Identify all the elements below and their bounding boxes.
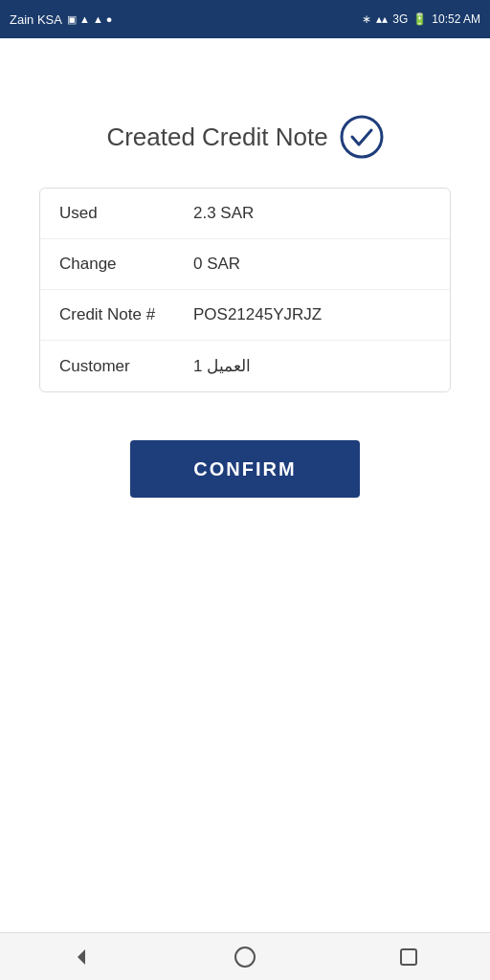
title-row: Created Credit Note — [106, 115, 383, 159]
bluetooth-icon: ∗ — [362, 12, 371, 26]
carrier-label: Zain KSA — [10, 12, 62, 27]
table-row: Credit Note # POS21245YJRJZ — [40, 290, 450, 341]
page-title: Created Credit Note — [106, 122, 327, 152]
main-content: Created Credit Note Used 2.3 SAR Change … — [0, 38, 490, 932]
used-label: Used — [59, 204, 193, 223]
table-row: Customer العميل 1 — [40, 341, 450, 391]
customer-value: العميل 1 — [193, 356, 251, 376]
change-label: Change — [59, 255, 193, 274]
back-button[interactable] — [62, 938, 100, 976]
time-label: 10:52 AM — [432, 12, 480, 26]
used-value: 2.3 SAR — [193, 204, 254, 223]
svg-point-2 — [235, 947, 255, 967]
confirm-button[interactable]: CONFIRM — [130, 440, 360, 498]
credit-note-card: Used 2.3 SAR Change 0 SAR Credit Note # … — [39, 188, 451, 392]
svg-marker-1 — [78, 949, 85, 965]
recents-button[interactable] — [390, 938, 428, 976]
credit-note-label: Credit Note # — [59, 305, 193, 324]
svg-rect-3 — [401, 949, 416, 965]
change-value: 0 SAR — [193, 255, 240, 274]
home-icon — [234, 946, 256, 969]
table-row: Used 2.3 SAR — [40, 189, 450, 239]
credit-note-value: POS21245YJRJZ — [193, 305, 322, 324]
sim-icon: ▣ ▲ ▲ ● — [67, 13, 113, 26]
status-bar-left: Zain KSA ▣ ▲ ▲ ● — [10, 12, 113, 27]
signal-label: 3G — [392, 12, 408, 26]
battery-icon: 🔋 — [412, 12, 427, 26]
svg-point-0 — [342, 117, 382, 157]
bottom-nav — [0, 932, 490, 980]
recents-icon — [397, 946, 420, 969]
status-bar-right: ∗ ▴▴ 3G 🔋 10:52 AM — [362, 12, 480, 26]
home-button[interactable] — [226, 938, 264, 976]
status-bar: Zain KSA ▣ ▲ ▲ ● ∗ ▴▴ 3G 🔋 10:52 AM — [0, 0, 490, 38]
table-row: Change 0 SAR — [40, 239, 450, 290]
checkmark-icon — [340, 115, 384, 159]
customer-label: Customer — [59, 357, 193, 376]
wifi-icon: ▴▴ — [376, 12, 388, 26]
back-icon — [70, 946, 93, 969]
